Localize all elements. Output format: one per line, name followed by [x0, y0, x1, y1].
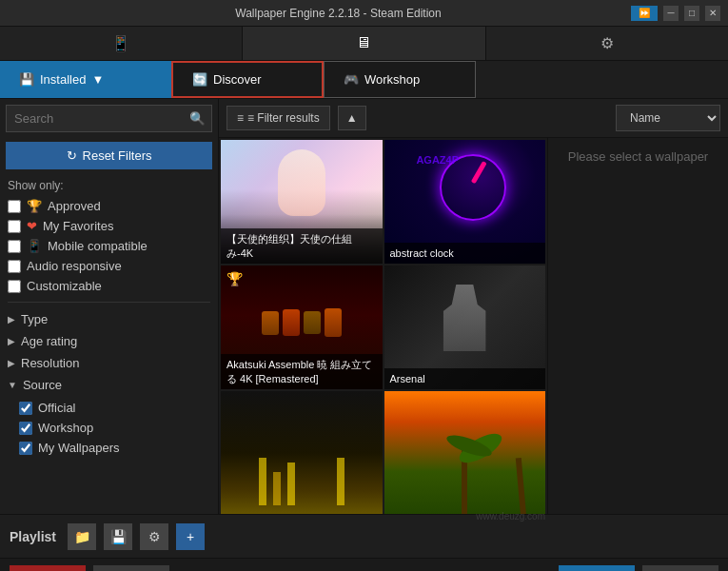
reset-icon: ↻ — [67, 148, 77, 163]
dropdown-arrow: ▼ — [91, 72, 104, 87]
filter-icon: ≡ — [237, 111, 244, 125]
section-source[interactable]: ▼ Source — [0, 374, 218, 396]
section-age-rating[interactable]: ▶ Age rating — [0, 330, 218, 352]
wallpaper-item-abstract[interactable]: AGAZ4P abstract clock — [384, 140, 546, 264]
upload-btn[interactable]: ⬆ — [93, 565, 169, 572]
playlist-label: Playlist — [10, 529, 56, 544]
mobile-checkbox[interactable] — [8, 240, 21, 253]
filter-results-label: ≡ Filter results — [247, 111, 320, 125]
grid-right-area: 【天使的组织】天使の仕組み-4K AGAZ4P abstract clock — [219, 138, 728, 514]
main-layout: 🔍 ↻ Reset Filters Show only: 🏆 Approved … — [0, 99, 728, 514]
checkbox-mobile[interactable]: 📱 Mobile compatible — [0, 236, 218, 256]
close-btn[interactable]: ✕ — [705, 6, 720, 21]
discover-label: Discover — [213, 72, 262, 87]
approved-checkbox[interactable] — [8, 200, 21, 213]
favorites-checkbox[interactable] — [8, 220, 21, 233]
reset-label: Reset Filters — [83, 148, 152, 163]
action-bar: ✕ ⬆ OK Cancel — [0, 558, 728, 571]
wallpaper-abstract-label: abstract clock — [384, 243, 546, 264]
nav-buttons: 💾 Installed ▼ 🔄 Discover 🎮 Workshop — [0, 61, 728, 99]
source-official[interactable]: Official — [0, 398, 218, 418]
divider-1 — [8, 302, 210, 303]
title-bar: Wallpaper Engine 2.2.18 - Steam Edition … — [0, 0, 728, 27]
wallpaper-item-anime[interactable]: 【天使的组织】天使の仕組み-4K — [221, 140, 383, 264]
trophy-badge-akatsuki: 🏆 — [226, 271, 243, 286]
checkbox-audio[interactable]: Audio responsive — [0, 256, 218, 276]
source-workshop-checkbox[interactable] — [19, 422, 32, 435]
installed-icon: 💾 — [19, 72, 34, 87]
official-checkbox[interactable] — [19, 402, 32, 415]
playlist-add-btn[interactable]: + — [176, 523, 205, 550]
sort-select[interactable]: Name Rating Date Added File Size — [616, 105, 720, 131]
maximize-btn[interactable]: □ — [684, 6, 699, 21]
checkbox-favorites[interactable]: ❤ My Favorites — [0, 216, 218, 236]
age-label: Age rating — [21, 334, 77, 348]
window-controls: ⏩ ─ □ ✕ — [631, 6, 720, 21]
discover-btn[interactable]: 🔄 Discover — [171, 61, 324, 98]
tab-settings[interactable]: ⚙ — [486, 27, 728, 60]
fast-forward-btn[interactable]: ⏩ — [631, 6, 658, 21]
tab-mobile[interactable]: 📱 — [0, 27, 243, 60]
favorites-icon: ❤ — [27, 219, 37, 233]
type-label: Type — [21, 312, 48, 326]
reset-filters-btn[interactable]: ↻ Reset Filters — [6, 142, 212, 169]
wallpaper-arsenal-label: Arsenal — [384, 368, 546, 389]
wallpaper-akatsuki-label: Akatsuki Assemble 暁 組み立てる 4K [Remastered… — [221, 354, 383, 389]
wallpaper-item-arsenal[interactable]: Arsenal — [384, 266, 546, 389]
wallpaper-item-palm[interactable] — [384, 391, 546, 514]
discover-icon: 🔄 — [192, 72, 207, 87]
search-input[interactable] — [7, 106, 182, 131]
audio-label: Audio responsive — [27, 259, 122, 273]
section-resolution[interactable]: ▶ Resolution — [0, 352, 218, 374]
right-panel: Please select a wallpaper — [547, 138, 728, 514]
sort-direction-btn[interactable]: ▲ — [338, 106, 366, 130]
action-right-group: OK Cancel — [559, 565, 718, 572]
close-action-btn[interactable]: ✕ — [10, 565, 86, 572]
playlist-bar: Playlist 📁 💾 ⚙ + — [0, 514, 728, 558]
type-arrow: ▶ — [8, 314, 15, 325]
wallpaper-item-yellow[interactable] — [221, 391, 383, 514]
installed-btn[interactable]: 💾 Installed ▼ — [0, 61, 171, 98]
cancel-btn[interactable]: Cancel — [642, 565, 718, 572]
my-wallpapers-checkbox[interactable] — [19, 442, 32, 455]
official-label: Official — [38, 401, 76, 415]
checkbox-approved[interactable]: 🏆 Approved — [0, 196, 218, 216]
playlist-save-btn[interactable]: 💾 — [104, 523, 132, 550]
minimize-btn[interactable]: ─ — [663, 6, 679, 21]
playlist-open-btn[interactable]: 📁 — [68, 523, 96, 550]
source-workshop[interactable]: Workshop — [0, 418, 218, 438]
search-icon-btn[interactable]: 🔍 — [182, 106, 213, 131]
my-wallpapers-label: My Wallpapers — [38, 441, 119, 455]
workshop-icon: 🎮 — [344, 72, 359, 87]
resolution-label: Resolution — [21, 356, 79, 370]
resolution-arrow: ▶ — [8, 358, 15, 368]
search-bar: 🔍 — [6, 105, 212, 132]
mobile-icon: 📱 — [27, 239, 42, 253]
action-left-group: ✕ ⬆ — [10, 565, 169, 572]
favorites-label: My Favorites — [43, 219, 113, 233]
window-title: Wallpaper Engine 2.2.18 - Steam Edition — [46, 7, 631, 20]
approved-label: Approved — [48, 199, 101, 213]
customizable-checkbox[interactable] — [8, 280, 21, 293]
customizable-label: Customizable — [27, 279, 102, 293]
tab-monitor[interactable]: 🖥 — [243, 27, 485, 60]
ok-btn[interactable]: OK — [559, 565, 635, 572]
sidebar: 🔍 ↻ Reset Filters Show only: 🏆 Approved … — [0, 99, 219, 514]
wallpaper-anime-label: 【天使的组织】天使の仕組み-4K — [221, 228, 383, 264]
audio-checkbox[interactable] — [8, 260, 21, 273]
source-items: Official Workshop My Wallpapers — [0, 396, 218, 460]
age-arrow: ▶ — [8, 336, 15, 346]
show-only-label: Show only: — [0, 173, 218, 196]
source-my-wallpapers[interactable]: My Wallpapers — [0, 438, 218, 458]
source-workshop-label: Workshop — [38, 421, 93, 435]
playlist-settings-btn[interactable]: ⚙ — [140, 523, 168, 550]
workshop-btn[interactable]: 🎮 Workshop — [324, 61, 476, 98]
filter-results-btn[interactable]: ≡ ≡ Filter results — [226, 106, 330, 130]
approved-icon: 🏆 — [27, 199, 42, 213]
checkbox-customizable[interactable]: Customizable — [0, 276, 218, 296]
source-arrow: ▼ — [8, 380, 17, 390]
installed-label: Installed — [40, 72, 86, 87]
content-area: ≡ ≡ Filter results ▲ Name Rating Date Ad… — [219, 99, 728, 514]
section-type[interactable]: ▶ Type — [0, 308, 218, 330]
wallpaper-item-akatsuki[interactable]: 🏆 Akatsuki Assemble 暁 組み立てる 4K [Remaster… — [221, 266, 383, 389]
